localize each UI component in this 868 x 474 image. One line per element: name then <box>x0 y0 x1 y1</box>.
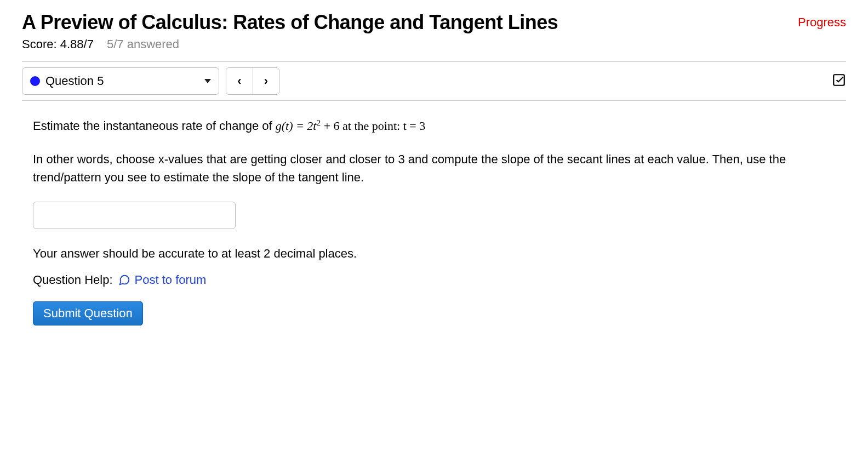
help-label: Question Help: <box>33 273 113 287</box>
chevron-down-icon <box>204 79 211 83</box>
score-row: Score: 4.88/7 5/7 answered <box>22 37 846 52</box>
page-title: A Preview of Calculus: Rates of Change a… <box>22 11 558 34</box>
question-nav-arrows: ‹ › <box>226 67 279 95</box>
score-value: 4.88/7 <box>60 37 94 51</box>
forum-link-label: Post to forum <box>135 273 207 287</box>
question-label: Question 5 <box>45 74 104 88</box>
prompt-pre: Estimate the instantaneous rate of chang… <box>33 119 276 133</box>
progress-link[interactable]: Progress <box>798 15 846 30</box>
speech-bubble-icon <box>118 274 130 286</box>
question-prompt-line1: Estimate the instantaneous rate of chang… <box>33 116 844 135</box>
score-prefix: Score: <box>22 37 60 51</box>
status-dot-icon <box>30 76 40 86</box>
divider <box>22 61 846 62</box>
next-question-button[interactable]: › <box>253 68 279 94</box>
accuracy-hint: Your answer should be accurate to at lea… <box>33 247 844 261</box>
post-to-forum-link[interactable]: Post to forum <box>118 273 207 287</box>
prev-question-button[interactable]: ‹ <box>226 68 253 94</box>
question-selector[interactable]: Question 5 <box>22 67 219 95</box>
checkbox-icon[interactable] <box>832 73 846 90</box>
submit-question-button[interactable]: Submit Question <box>33 301 143 325</box>
svg-rect-0 <box>833 75 844 85</box>
answer-input[interactable] <box>33 202 236 229</box>
question-prompt-line2: In other words, choose x-values that are… <box>33 150 844 186</box>
divider <box>22 100 846 101</box>
answered-count: 5/7 answered <box>107 37 179 51</box>
prompt-fn: g(t) = 2t <box>276 119 317 133</box>
prompt-post: + 6 at the point: t = 3 <box>321 119 425 133</box>
